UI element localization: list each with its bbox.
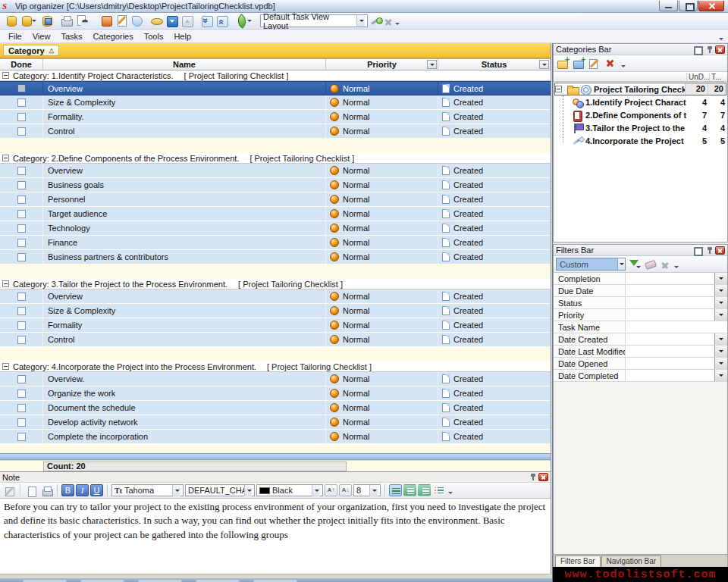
done-checkbox[interactable] [17, 113, 26, 121]
combo-dropdown-icon[interactable] [244, 485, 252, 496]
group-header-row[interactable]: Category: 1.Identify Project Characteris… [0, 70, 551, 81]
task-row[interactable]: Target audienceNormalCreated [0, 207, 551, 221]
task-row[interactable]: Overview.NormalCreated [0, 372, 551, 386]
pin-icon[interactable] [704, 246, 714, 255]
tree-root-item[interactable]: Project Tailoring Checklist2020 [554, 83, 726, 95]
filter-dropdown-icon[interactable] [714, 346, 727, 357]
filter-dropdown-icon[interactable] [714, 285, 727, 296]
filter-dropdown-icon[interactable] [714, 309, 727, 321]
add-category-icon[interactable] [556, 57, 570, 70]
collapse-group-icon[interactable] [2, 155, 9, 161]
delete-category-icon[interactable] [604, 57, 617, 70]
collapse-group-icon[interactable] [2, 363, 9, 370]
filter-value-field[interactable] [626, 370, 714, 381]
font-family-combo[interactable]: Tt Tahoma [111, 484, 184, 496]
decrease-font-icon[interactable]: A↓ [339, 484, 352, 496]
edit-task-icon[interactable] [114, 13, 129, 27]
group-by-category-chip[interactable]: Category [3, 45, 59, 56]
task-row[interactable]: Business goalsNormalCreated [0, 178, 551, 192]
menu-tasks[interactable]: Tasks [55, 30, 87, 42]
note-text[interactable]: Before you can try to tailor your projec… [0, 499, 551, 574]
combo-dropdown-icon[interactable] [312, 485, 320, 496]
column-header-status[interactable]: Status [438, 59, 551, 70]
restore-panel-icon[interactable] [692, 45, 702, 54]
done-checkbox[interactable] [17, 99, 26, 107]
priority-filter-dropdown-icon[interactable] [427, 60, 437, 69]
bold-button[interactable]: B [61, 484, 74, 496]
new-database-icon[interactable] [3, 13, 18, 27]
underline-button[interactable]: U [90, 484, 103, 496]
done-checkbox[interactable] [17, 321, 26, 330]
filter-dropdown-icon[interactable] [714, 358, 727, 369]
filter-value-field[interactable] [626, 346, 714, 357]
restore-panel-icon[interactable] [692, 246, 702, 255]
align-left-button[interactable] [389, 484, 402, 496]
filter-dropdown-icon[interactable] [714, 273, 727, 284]
filter-value-field[interactable] [626, 358, 714, 369]
done-checkbox[interactable] [17, 210, 26, 218]
task-row[interactable]: OverviewNormalCreated [0, 81, 551, 95]
delete-filter-icon[interactable] [660, 260, 670, 271]
task-row[interactable]: Organize the workNormalCreated [0, 386, 551, 401]
filter-dropdown-icon[interactable] [714, 370, 727, 381]
align-center-button[interactable] [403, 484, 416, 496]
filter-value-field[interactable] [626, 273, 714, 284]
task-row[interactable]: Business partners & contributorsNormalCr… [0, 250, 551, 264]
collapse-group-icon[interactable] [2, 72, 9, 79]
print-icon[interactable] [58, 13, 74, 27]
task-row[interactable]: Size & ComplexityNormalCreated [0, 304, 551, 318]
menu-view[interactable]: View [27, 30, 56, 42]
collapse-all-icon[interactable] [214, 13, 229, 27]
done-checkbox[interactable] [17, 375, 26, 383]
filter-dropdown-icon[interactable] [714, 333, 727, 345]
categories-close-icon[interactable] [715, 45, 725, 54]
note-toolbar-overflow-icon[interactable] [447, 483, 454, 497]
pin-icon[interactable] [704, 45, 714, 54]
charset-combo[interactable]: DEFAULT_CHAR [185, 484, 255, 496]
toolbar-overflow-icon[interactable] [394, 14, 401, 28]
group-header-row[interactable]: Category: 3.Tailor the Project to the Pr… [0, 279, 551, 289]
done-checkbox[interactable] [17, 253, 26, 261]
status-filter-dropdown-icon[interactable] [539, 60, 549, 69]
combo-dropdown-icon[interactable] [617, 258, 625, 270]
categories-overflow-icon[interactable] [620, 57, 627, 70]
align-right-button[interactable] [418, 484, 431, 496]
check-off-icon[interactable] [179, 13, 194, 27]
filters-close-icon[interactable] [715, 246, 725, 255]
combo-dropdown-icon[interactable] [356, 15, 365, 27]
task-row[interactable]: ControlNormalCreated [0, 333, 551, 347]
task-row[interactable]: Complete the incorporationNormalCreated [0, 430, 551, 444]
done-checkbox[interactable] [17, 390, 26, 398]
task-row[interactable]: Document the scheduleNormalCreated [0, 401, 551, 415]
filter-preset-combo[interactable]: Custom [556, 258, 626, 271]
task-row[interactable]: ControlNormalCreated [0, 124, 551, 139]
titlebar[interactable]: Vip organizer [C:\Users\dmitry\Desktop\P… [0, 0, 728, 13]
open-database-icon[interactable] [18, 13, 39, 27]
horizontal-scrollbar[interactable] [0, 453, 551, 460]
menu-help[interactable]: Help [168, 30, 196, 42]
menu-tools[interactable]: Tools [139, 30, 169, 42]
maximize-button[interactable] [679, 1, 698, 11]
combo-dropdown-icon[interactable] [369, 485, 378, 496]
task-row[interactable]: Develop activity networkNormalCreated [0, 415, 551, 430]
font-color-combo[interactable]: Black [256, 484, 323, 496]
pin-icon[interactable] [527, 473, 537, 481]
done-checkbox[interactable] [17, 307, 26, 315]
notes-icon[interactable] [234, 13, 254, 27]
delete-layout-icon[interactable] [383, 17, 394, 27]
increase-font-icon[interactable]: A↑ [325, 484, 337, 496]
find-icon[interactable] [149, 13, 164, 27]
tree-category-item[interactable]: 2.Define Components of the Pr77 [554, 108, 727, 121]
done-checkbox[interactable] [17, 336, 26, 344]
filter-value-field[interactable] [626, 297, 714, 308]
new-task-icon[interactable] [99, 13, 114, 27]
column-header-name[interactable]: Name [43, 59, 326, 70]
task-row[interactable]: Size & ComplexityNormalCreated [0, 95, 551, 110]
group-header-row[interactable]: Category: 2.Define Components of the Pro… [0, 153, 551, 164]
filter-value-field[interactable] [626, 333, 714, 345]
tab-filters-bar[interactable]: Filters Bar [555, 555, 601, 567]
filter-value-field[interactable] [626, 285, 714, 296]
column-header-done[interactable]: Done [0, 59, 43, 70]
menu-categories[interactable]: Categories [88, 30, 139, 42]
note-preview-icon[interactable] [24, 484, 38, 497]
